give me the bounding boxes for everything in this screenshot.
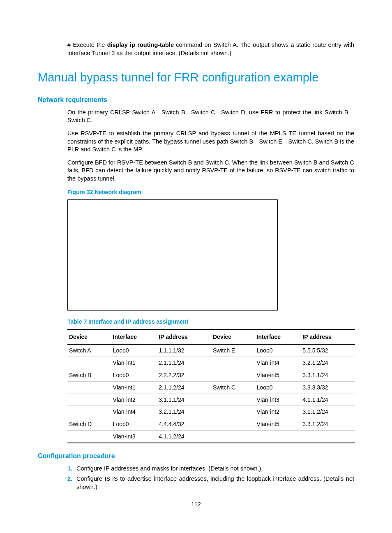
list-item: 1.Configure IP addresses and masks for i… [67,465,354,473]
table-cell: Switch C [211,381,255,394]
table-cell: Vlan-int1 [111,357,157,369]
table-row: Vlan-int12.1.1.1/24Vlan-int43.2.1.2/24 [67,357,355,369]
table-header-row: Device Interface IP address Device Inter… [67,329,355,344]
figure-caption: Figure 32 Network diagram [67,188,354,196]
table-row: Switch ALoop01.1.1.1/32Switch ELoop05.5.… [67,345,355,357]
table-cell: 3.2.1.1/24 [157,406,211,418]
table-cell: Loop0 [111,418,157,431]
table-cell: Vlan-int5 [255,418,301,431]
table-cell: Vlan-int2 [255,406,301,418]
col-interface-2: Interface [255,329,301,344]
table-cell: 3.1.1.1/24 [157,394,211,406]
table-row: Vlan-int23.1.1.1/24Vlan-int34.1.1.1/24 [67,394,355,406]
table-cell: 3.2.1.2/24 [301,357,355,369]
table-cell: 3.3.3.3/32 [301,381,355,394]
col-device-2: Device [211,329,255,344]
table-cell: Loop0 [255,381,301,394]
table-cell: 5.5.5.5/32 [301,345,355,357]
table-cell: Switch D [67,418,111,431]
network-requirements-heading: Network requirements [38,95,354,104]
table-cell: Vlan-int2 [111,394,157,406]
table-cell [211,431,255,443]
table-cell: 1.1.1.1/32 [157,345,211,357]
table-cell [211,394,255,406]
table-cell [211,406,255,418]
command-name: display ip routing-table [107,42,174,48]
table-row: Vlan-int43.2.1.1/24Vlan-int23.1.1.2/24 [67,406,355,418]
table-cell: 3.3.1.2/24 [301,418,355,431]
intro-paragraph: # Execute the display ip routing-table c… [67,41,354,57]
table-cell [255,431,301,443]
table-cell: Vlan-int3 [111,431,157,443]
network-req-para-2: Use RSVP-TE to establish the primary CRL… [67,130,354,154]
network-req-para-1: On the primary CRLSP Switch A—Switch B—S… [67,109,354,125]
table-cell: Switch E [211,345,255,357]
configuration-procedure-heading: Configuration procedure [38,452,354,461]
table-row: Vlan-int12.1.1.2/24Switch CLoop03.3.3.3/… [67,381,355,394]
table-cell: Vlan-int3 [255,394,301,406]
table-cell: Loop0 [255,345,301,357]
table-cell: 3.3.1.1/24 [301,369,355,381]
section-title: Manual bypass tunnel for FRR configurati… [38,70,354,86]
network-diagram-placeholder [67,199,278,311]
list-item: 2.Configure IS-IS to advertise interface… [67,475,354,491]
table-cell: Vlan-int5 [255,369,301,381]
col-device-1: Device [67,329,111,344]
table-cell [211,357,255,369]
table-row: Vlan-int34.1.1.2/24 [67,431,355,443]
table-cell: 2.1.1.1/24 [157,357,211,369]
table-cell [67,406,111,418]
table-cell: 2.2.2.2/32 [157,369,211,381]
table-row: Switch BLoop02.2.2.2/32Vlan-int53.3.1.1/… [67,369,355,381]
table-cell [67,431,111,443]
table-cell [67,357,111,369]
table-cell [211,369,255,381]
ip-address-table: Device Interface IP address Device Inter… [67,329,355,443]
step-number: 2. [67,475,76,483]
page-number: 112 [0,501,392,508]
table-cell: Loop0 [111,369,157,381]
table-cell: Vlan-int4 [111,406,157,418]
network-req-para-3: Configure BFD for RSVP-TE between Switch… [67,159,354,183]
table-cell: Loop0 [111,345,157,357]
table-caption: Table 7 Interface and IP address assignm… [67,318,354,326]
table-cell [67,381,111,394]
table-cell: 4.4.4.4/32 [157,418,211,431]
table-body: Switch ALoop01.1.1.1/32Switch ELoop05.5.… [67,345,355,443]
table-cell: Switch B [67,369,111,381]
step-text: Configure IS-IS to advertise interface a… [76,475,354,491]
step-number: 1. [67,465,76,473]
steps-list: 1.Configure IP addresses and masks for i… [67,465,354,491]
table-cell: Vlan-int4 [255,357,301,369]
table-cell [67,394,111,406]
table-cell: Switch A [67,345,111,357]
table-cell: Vlan-int1 [111,381,157,394]
intro-text-prefix: # Execute the [67,42,107,48]
col-interface-1: Interface [111,329,157,344]
table-cell: 3.1.1.2/24 [301,406,355,418]
table-cell [301,431,355,443]
table-cell: 4.1.1.1/24 [301,394,355,406]
table-cell: 4.1.1.2/24 [157,431,211,443]
step-text: Configure IP addresses and masks for int… [76,465,354,473]
col-ip-2: IP address [301,329,355,344]
table-cell: 2.1.1.2/24 [157,381,211,394]
table-row: Switch DLoop04.4.4.4/32Vlan-int53.3.1.2/… [67,418,355,431]
col-ip-1: IP address [157,329,211,344]
table-cell [211,418,255,431]
